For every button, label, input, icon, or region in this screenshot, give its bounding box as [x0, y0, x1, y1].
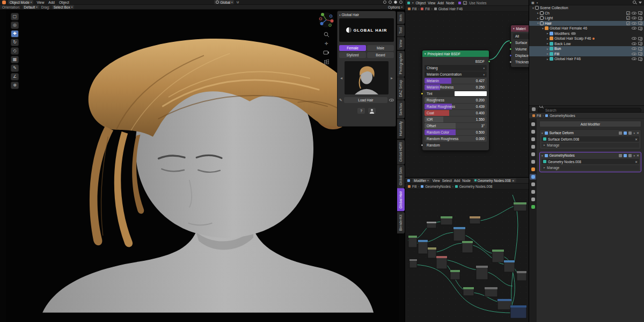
remove-modifier-icon[interactable]: ✕: [636, 153, 639, 157]
breadcrumb-item[interactable]: Global Hair F46: [438, 7, 463, 11]
hair-type-male-button[interactable]: Male: [367, 45, 394, 51]
camera-view-icon[interactable]: [323, 50, 330, 55]
modifier-datablock-field[interactable]: Geometry Nodes.008✕: [541, 159, 639, 164]
sidebar-tab-view[interactable]: View: [397, 37, 405, 50]
socket-volume[interactable]: [509, 48, 512, 50]
add-modifier-button[interactable]: Add Modifier: [539, 121, 641, 127]
outliner-row[interactable]: ▸Bun: [529, 46, 644, 52]
unlink-icon[interactable]: ✕: [512, 179, 515, 182]
hair-type-female-button[interactable]: Female: [339, 45, 366, 51]
disable-render-icon[interactable]: [638, 21, 642, 25]
node-enum-melanin-concentration[interactable]: Melanin Concentration▾: [425, 71, 487, 77]
hair-type-beard-button[interactable]: Beard: [367, 52, 394, 58]
outliner-row[interactable]: ▾Global Hair Female 46: [529, 26, 644, 31]
node-header[interactable]: ▾ Materi: [511, 25, 529, 32]
outliner-row[interactable]: ▸Global Hair F46: [529, 56, 644, 62]
remove-modifier-icon[interactable]: ✕: [636, 131, 639, 135]
scale-tool[interactable]: ◇: [11, 47, 19, 55]
menu-select[interactable]: Select: [442, 179, 452, 182]
socket-displacem[interactable]: [509, 54, 512, 57]
sidebar-tab-item[interactable]: Item: [397, 12, 405, 24]
toggle-perspective-icon[interactable]: [324, 58, 330, 64]
options-dropdown[interactable]: Options▾: [388, 5, 402, 9]
socket-bsdf[interactable]: [488, 60, 491, 63]
exclude-checkbox[interactable]: ✓: [626, 16, 630, 20]
hair-preview-image[interactable]: [345, 61, 389, 94]
select-mode-dropdown[interactable]: Select Box▾: [52, 5, 75, 9]
output-icon[interactable]: [530, 136, 536, 142]
edit-mode-toggle-icon[interactable]: [619, 154, 622, 157]
node-collapse-icon[interactable]: ▾: [425, 52, 426, 55]
node-slider-coat[interactable]: Coat0.400: [425, 110, 487, 116]
properties-search[interactable]: [538, 105, 641, 114]
hide-viewport-icon[interactable]: [632, 57, 636, 60]
menu-object[interactable]: Object: [58, 1, 70, 4]
socket-surface[interactable]: [509, 41, 512, 44]
hide-viewport-icon[interactable]: [632, 27, 636, 30]
hide-viewport-icon[interactable]: [632, 53, 636, 55]
previous-hair-button[interactable]: ◂: [339, 76, 343, 80]
breadcrumb-item[interactable]: Fill: [425, 7, 429, 11]
node-slider-roughness[interactable]: Roughness0.200: [425, 97, 487, 103]
node-slider-random-color[interactable]: Random Color0.500: [425, 129, 487, 135]
node-tree-selector[interactable]: Geometry Nodes.008 ✕: [473, 178, 516, 182]
hair-type-stylized-button[interactable]: Stylized: [339, 52, 366, 58]
move-view-icon[interactable]: ✛: [325, 41, 328, 46]
breadcrumb-item[interactable]: Fill: [537, 114, 541, 118]
disclosure-closed-icon[interactable]: ▸: [546, 57, 550, 61]
shader-editor[interactable]: ▾ ObjectViewAddNode ✓ Use Nodes Fill›Fil…: [405, 0, 529, 177]
rotate-tool[interactable]: ↻: [11, 39, 19, 46]
edit-mode-toggle-icon[interactable]: [619, 131, 622, 135]
exclude-checkbox[interactable]: ✓: [626, 21, 630, 25]
sidebar-tab-photographer[interactable]: Photographer: [397, 50, 405, 77]
sidebar-tab-humanify[interactable]: Humanify: [397, 119, 405, 138]
orientation-value-dropdown[interactable]: Default▾: [23, 5, 39, 9]
disclosure-closed-icon[interactable]: ▸: [546, 52, 550, 55]
exclude-checkbox[interactable]: ✓: [626, 11, 630, 15]
sidebar-tab-sanctus[interactable]: Sanctus: [397, 100, 405, 119]
particles-icon[interactable]: [530, 181, 536, 187]
outliner-row[interactable]: ▾Scene Collection: [529, 5, 644, 11]
extras-menu-icon[interactable]: ▾: [633, 154, 635, 157]
disable-render-icon[interactable]: [638, 17, 642, 20]
node-input-displacem[interactable]: Displacem: [513, 53, 529, 58]
transform-orientation-dropdown[interactable]: Global▾: [214, 0, 234, 4]
search-icon[interactable]: [633, 1, 636, 4]
sidebar-tab-daz-setup[interactable]: DAZ Setup: [397, 77, 405, 100]
rendered-shading-icon[interactable]: [399, 1, 402, 4]
modifier-header[interactable]: ▾Surface Deform▾✕: [540, 130, 641, 136]
world-icon[interactable]: [530, 159, 536, 165]
snap-magnet-icon[interactable]: ∪: [236, 0, 239, 4]
node-slider-radial-roughness[interactable]: Radial Roughness0.439: [425, 104, 487, 109]
extras-menu-icon[interactable]: ▾: [633, 131, 635, 135]
node-input-random[interactable]: Random: [425, 142, 487, 148]
disable-render-icon[interactable]: [638, 37, 642, 40]
geometry-node-graph[interactable]: [405, 189, 529, 322]
select-circle-tool[interactable]: ◎: [11, 21, 19, 29]
next-hair-button[interactable]: ▸: [390, 76, 394, 80]
wireframe-shading-icon[interactable]: [383, 1, 386, 4]
disclosure-closed-icon[interactable]: ▸: [546, 32, 550, 35]
properties-editor-icon[interactable]: [532, 107, 536, 111]
outliner-row[interactable]: ▸Back Low: [529, 41, 644, 47]
disclosure-open-icon[interactable]: ▾: [541, 131, 543, 135]
render-toggle-icon[interactable]: [628, 131, 632, 135]
modifier-datablock-field[interactable]: Surface Deform.008✕: [541, 136, 639, 142]
outliner-row[interactable]: ▸Modifiers: [529, 31, 644, 36]
solid-shading-icon[interactable]: [389, 1, 392, 4]
hide-viewport-icon[interactable]: [632, 17, 636, 19]
modifier-icon[interactable]: [530, 174, 536, 180]
node-slider-melanin-redness[interactable]: Melanin Redness0.250: [425, 84, 487, 90]
breadcrumb-item[interactable]: Fill: [412, 185, 416, 188]
outliner-row[interactable]: ▸Global Hair Scalp F46: [529, 36, 644, 41]
measure-tool[interactable]: ∠: [11, 73, 19, 80]
breadcrumb-item[interactable]: GeometryNodes: [425, 185, 450, 188]
node-enum-chiang[interactable]: Chiang▾: [425, 65, 487, 71]
disclosure-closed-icon[interactable]: ▸: [536, 17, 540, 20]
disable-render-icon[interactable]: [638, 47, 642, 50]
node-input-tint[interactable]: Tint: [425, 91, 487, 97]
socket-tint[interactable]: [421, 92, 423, 95]
unlink-icon[interactable]: ✕: [635, 137, 638, 141]
socket-thickness[interactable]: [509, 61, 512, 63]
disable-render-icon[interactable]: [638, 11, 642, 14]
